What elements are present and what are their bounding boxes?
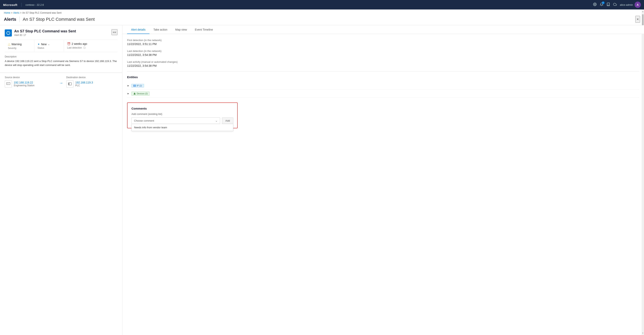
alert-description: Description A device 192.168.119.22 sent… xyxy=(5,52,118,68)
severity-label: Severity xyxy=(8,47,31,50)
alert-card: An S7 Stop PLC Command was Sent Alert ID… xyxy=(0,25,122,73)
scroll-indicator: ▲ ▼ xyxy=(642,10,644,335)
alert-card-header: An S7 Stop PLC Command was Sent Alert ID… xyxy=(5,29,118,36)
description-text: A device 192.168.119.22 sent a Stop PLC … xyxy=(5,59,118,67)
collapse-button[interactable]: «« xyxy=(112,29,118,35)
notification-icon[interactable]: 0 xyxy=(600,2,603,7)
source-type: Engineering Station xyxy=(14,84,34,87)
breadcrumb: Home > Alerts > An S7 Stop PLC Command w… xyxy=(0,10,644,15)
detection-value: ⏰ 2 weeks ago xyxy=(67,42,90,46)
source-info: </> 192.168.119.22 Engineering Station xyxy=(5,80,56,88)
breadcrumb-alerts[interactable]: Alerts xyxy=(13,12,19,14)
page-subtitle: An S7 Stop PLC Command was Sent xyxy=(23,17,94,22)
page-header: Alerts An S7 Stop PLC Command was Sent × xyxy=(0,15,644,25)
user-avatar: A xyxy=(634,2,641,8)
entity-ip-badge: IP (2) xyxy=(132,84,144,88)
comments-title: Comments xyxy=(132,107,233,110)
last-activity-value: 11/22/2022, 3:54:38 PM xyxy=(127,64,639,67)
last-detection-row: Last detection (in the network) 11/22/20… xyxy=(127,50,639,56)
source-ip[interactable]: 192.168.119.22 xyxy=(14,81,34,84)
dest-info: 192.168.119.3 PLC xyxy=(66,80,118,88)
comments-sublabel: Add comment (existing list) xyxy=(132,112,233,116)
source-details: 192.168.119.22 Engineering Station xyxy=(14,81,34,87)
status-icon: ✦ xyxy=(38,43,40,46)
source-device: Source device </> 192.168.119.22 Enginee… xyxy=(5,76,56,88)
comment-select[interactable]: Choose comment ⌄ xyxy=(132,118,220,124)
user-name: alice-admin xyxy=(620,3,633,6)
svg-rect-8 xyxy=(68,83,69,84)
library-icon[interactable] xyxy=(606,2,610,7)
close-button[interactable]: × xyxy=(635,16,640,23)
entities-title: Entities xyxy=(127,76,639,79)
last-detection-value: 11/22/2022, 3:54:38 PM xyxy=(127,53,639,56)
cloud-icon[interactable] xyxy=(613,2,617,7)
dest-device-icon xyxy=(66,80,74,88)
comment-placeholder: Choose comment xyxy=(134,119,154,122)
svg-marker-14 xyxy=(134,92,136,94)
detection-item: ⏰ 2 weeks ago Last detection ⓘ xyxy=(64,40,94,52)
settings-icon[interactable] xyxy=(593,2,597,7)
tab-event-timeline[interactable]: Event Timeline xyxy=(191,25,217,34)
source-device-icon: </> xyxy=(5,80,12,88)
dest-device: Destination device 192.168.119.3 PLC xyxy=(66,76,118,88)
comment-dropdown: Needs info from vendor team xyxy=(132,124,233,131)
svg-point-0 xyxy=(594,4,595,5)
entity-ip[interactable]: ► IP (2) xyxy=(127,82,639,90)
dest-type: PLC xyxy=(76,84,93,87)
notification-badge: 0 xyxy=(602,2,604,4)
main-layout: An S7 Stop PLC Command was Sent Alert ID… xyxy=(0,25,644,335)
alert-title: An S7 Stop PLC Command was Sent xyxy=(14,29,76,33)
app-name: contoso - 22.2.6 xyxy=(26,3,44,6)
description-label: Description xyxy=(5,55,118,58)
dest-details: 192.168.119.3 PLC xyxy=(76,81,93,87)
page-title: Alerts xyxy=(4,17,16,22)
breadcrumb-home[interactable]: Home xyxy=(4,12,10,14)
status-label: Status xyxy=(38,46,60,49)
alert-title-block: An S7 Stop PLC Command was Sent Alert ID… xyxy=(14,29,76,36)
severity-value: △ Warning xyxy=(8,42,31,46)
scroll-up[interactable]: ▲ xyxy=(642,10,644,14)
last-detection-label: Last detection (in the network) xyxy=(127,50,639,52)
status-item[interactable]: ✦ New ⌄ Status xyxy=(34,40,64,52)
topbar: Microsoft contoso - 22.2.6 0 xyxy=(0,0,644,10)
svg-rect-13 xyxy=(134,86,136,86)
right-content: First detection (in the network) 11/22/2… xyxy=(122,34,644,133)
right-panel: Alert details Take action Map view Event… xyxy=(122,25,644,335)
info-icon: ⓘ xyxy=(83,46,86,49)
scroll-thumb xyxy=(642,14,644,26)
left-panel: An S7 Stop PLC Command was Sent Alert ID… xyxy=(0,25,122,335)
entity-ip-chevron: ► xyxy=(127,84,130,87)
topbar-divider xyxy=(21,3,22,7)
detection-label: Last detection ⓘ xyxy=(67,46,90,50)
source-label: Source device xyxy=(5,76,56,79)
severity-item: △ Warning Severity xyxy=(5,40,34,52)
clock-icon: ⏰ xyxy=(67,42,70,46)
alert-title-row: An S7 Stop PLC Command was Sent Alert ID… xyxy=(5,29,76,36)
entity-devices-badge: Devices (2) xyxy=(132,92,150,96)
dest-label: Destination device xyxy=(66,76,118,79)
tab-map-view[interactable]: Map view xyxy=(171,25,191,34)
svg-rect-12 xyxy=(134,86,136,86)
comment-option-vendor[interactable]: Needs info from vendor team xyxy=(132,124,233,131)
warning-icon: △ xyxy=(8,42,10,46)
tabs-bar: Alert details Take action Map view Event… xyxy=(122,25,644,34)
first-detection-row: First detection (in the network) 11/22/2… xyxy=(127,39,639,46)
section-divider xyxy=(127,71,639,72)
comment-add-button[interactable]: Add xyxy=(222,118,233,124)
entity-devices[interactable]: ► Devices (2) xyxy=(127,90,639,98)
svg-rect-6 xyxy=(68,83,72,85)
title-divider xyxy=(19,16,20,22)
tab-alert-details[interactable]: Alert details xyxy=(127,25,150,34)
scroll-down[interactable]: ▼ xyxy=(642,331,644,335)
first-detection-label: First detection (in the network) xyxy=(127,39,639,42)
alert-meta: △ Warning Severity ✦ New ⌄ Status ⏰ xyxy=(5,40,118,52)
svg-rect-11 xyxy=(134,85,136,85)
topbar-icons: 0 alice-admin A xyxy=(593,2,641,8)
tab-take-action[interactable]: Take action xyxy=(150,25,171,34)
user-info[interactable]: alice-admin A xyxy=(620,2,641,8)
svg-rect-9 xyxy=(68,84,69,84)
status-dropdown-arrow[interactable]: ⌄ xyxy=(48,43,50,46)
dest-ip[interactable]: 192.168.119.3 xyxy=(76,81,93,84)
comments-section: Comments Add comment (existing list) Cho… xyxy=(127,102,238,128)
alert-id: Alert ID: 17 xyxy=(14,34,76,36)
